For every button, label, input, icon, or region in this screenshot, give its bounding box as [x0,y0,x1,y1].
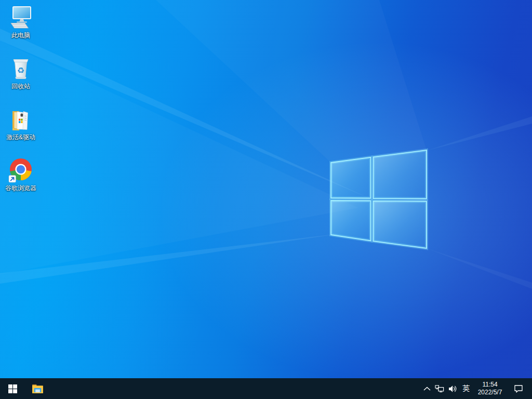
open-folder-icon [8,107,33,132]
chrome-icon [8,158,33,183]
speaker-volume-icon [448,385,457,393]
ethernet-network-icon [435,385,444,393]
action-center-icon [514,384,523,393]
light-ray [427,248,532,289]
desktop-icon-activation-drivers[interactable]: 激活&驱动 [1,106,41,157]
desktop-icon-recycle-bin[interactable]: ♻ 回收站 [1,55,41,106]
ime-indicator-label: 英 [462,384,470,393]
recycle-bin-icon: ♻ [8,56,33,81]
clock-date: 2022/5/7 [473,389,507,396]
desktop-icon-this-pc[interactable]: 此电脑 [1,4,41,55]
desktop-icon-google-chrome[interactable]: 谷歌浏览器 [1,157,41,208]
svg-text:♻: ♻ [17,65,24,75]
file-explorer-icon [31,382,44,395]
clock[interactable]: 11:54 2022/5/7 [473,378,507,399]
taskbar: 英 11:54 2022/5/7 [0,378,532,399]
light-ray [427,116,532,151]
network-tray-button[interactable] [433,378,446,399]
desktop-icon-label: 此电脑 [11,32,30,39]
taskbar-file-explorer-button[interactable] [25,378,50,399]
desktop-icon-label: 激活&驱动 [6,134,35,141]
taskbar-left [0,378,50,399]
action-center-button[interactable] [507,378,530,399]
desktop-icon-label: 谷歌浏览器 [5,184,36,192]
start-button[interactable] [0,378,25,399]
ime-indicator[interactable]: 英 [459,378,473,399]
chevron-up-icon [423,387,431,391]
volume-tray-button[interactable] [446,378,459,399]
start-windows-icon [8,384,17,393]
this-pc-icon [8,5,33,30]
shortcut-arrow-overlay [9,176,16,183]
show-hidden-icons-button[interactable] [421,378,433,399]
desktop: 此电脑 ♻ 回收站 [0,0,532,399]
system-tray: 英 11:54 2022/5/7 [421,378,532,399]
desktop-icon-label: 回收站 [11,83,30,90]
desktop-icon-grid: 此电脑 ♻ 回收站 [1,4,41,208]
windows-logo-wallpaper-art [0,0,532,399]
clock-time: 11:54 [473,381,507,389]
